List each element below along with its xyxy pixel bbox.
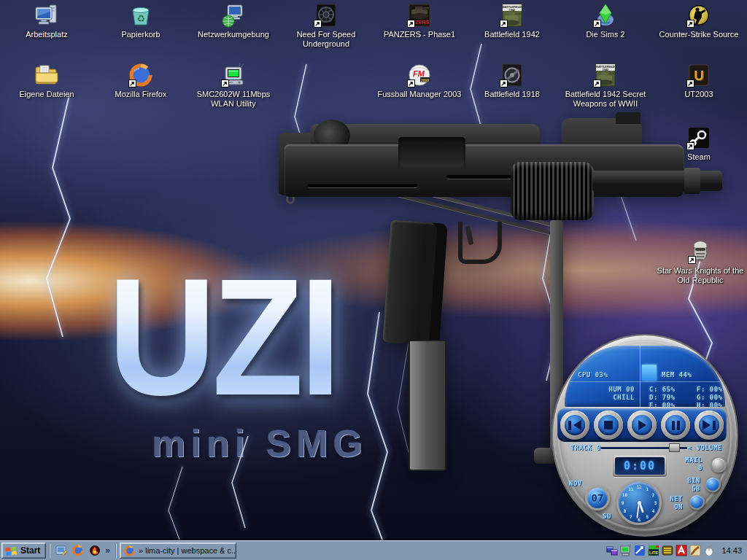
shortcut-arrow-overlay-icon [128,79,136,88]
battlefield-1942-icon: BATTLEFIELD1942 [500,3,525,28]
clock-numeral: 6 [635,517,643,522]
desktop-icon-wlan-utility[interactable]: SMC2602W 11Mbps WLAN Utility [187,63,279,109]
tray-antivir-icon[interactable] [676,545,687,556]
desktop-icon-my-documents[interactable]: Eigene Dateien [1,63,93,99]
drive-usage-stat: C: 65% [649,386,676,394]
svg-text:2003: 2003 [421,78,429,82]
drive-usage-stat: G: 00% [697,394,723,402]
pistol-grip [382,219,448,346]
desktop-icon-my-computer[interactable]: Arbeitsplatz [1,3,93,39]
play-icon [632,415,652,435]
shortcut-arrow-overlay-icon [686,79,694,88]
desktop-icon-steam[interactable]: Steam [653,125,745,162]
firefox-icon [128,63,153,88]
quicklaunch-fireball[interactable] [89,545,101,556]
desktop-icon-label: Netzwerkumgebung [187,30,279,39]
drive-usage-stat: F: 00% [697,386,723,394]
next-button[interactable] [694,411,724,440]
taskbar-clock: 14:43 [721,546,742,555]
start-button[interactable]: Start [1,542,46,559]
desktop-icon-panzers[interactable]: NZERSPANZERS - Phase1 [374,3,465,39]
desktop-icon-nfs-underground[interactable]: Need For Speed Underground [280,3,372,49]
bin-knob[interactable] [705,476,721,492]
previous-icon [565,415,585,435]
desktop-icon-sims-2[interactable]: Die Sims 2 [560,3,651,39]
svg-text:LITE: LITE [650,551,659,555]
counter-strike-source-icon [686,3,711,28]
clock-numeral: 4 [649,508,657,513]
analog-clock: 121234567891011 [616,480,662,525]
clock-numeral: 7 [627,514,635,519]
battlefield-1942-secret-weapons-icon: BATTLEFIELD1942 [593,63,618,88]
desktop-wallpaper: UZI mini SMG [0,0,747,540]
pause-button[interactable] [661,411,690,440]
svg-text:1942: 1942 [603,69,608,71]
shortcut-arrow-overlay-icon [221,79,229,88]
windows-logo-icon [4,545,18,557]
desktop-icon-battlefield-1918[interactable]: Battlefield 1918 [466,63,558,99]
desktop-icon-label: Steam [653,152,745,162]
clock-numeral: 10 [622,492,629,497]
quicklaunch-firefox-small[interactable] [72,545,84,556]
steam-icon [686,125,711,150]
tray-brush-icon[interactable] [689,545,701,556]
desktop-icon-battlefield-1942-secret-weapons[interactable]: BATTLEFIELD1942Battlefield 1942 Secret W… [560,63,651,109]
desktop-icon-recycle-bin[interactable]: ♻Papierkorb [95,3,187,39]
ribbed-foregrip [511,162,594,220]
desktop-icon-kotor[interactable]: Star Wars Knights of the Old Republic [654,239,746,285]
net-label: NETON [670,495,683,511]
tray-wlan-monitor-icon[interactable] [620,545,632,556]
tray-app-windows-icon[interactable] [606,545,618,556]
stop-button[interactable] [594,411,623,440]
volume-slider[interactable] [601,447,687,449]
firefox-icon [124,545,135,556]
nfs-underground-icon [314,3,338,28]
top-plate [398,137,465,168]
desktop-icon-label: Battlefield 1918 [466,90,558,99]
clock-numeral: 11 [627,486,635,491]
media-controls-band [557,408,727,442]
clock-numeral: 3 [652,500,659,505]
tray-connection-icon[interactable] [634,545,646,556]
gun-barrel [592,171,722,191]
track-time-value: 0:00 [615,457,665,475]
quicklaunch-overflow-chevron[interactable]: » [105,545,110,556]
tray-mixer-icon[interactable] [662,545,673,556]
shortcut-arrow-overlay-icon [314,20,322,28]
desktop-icon-battlefield-1942[interactable]: BATTLEFIELD1942Battlefield 1942 [466,3,558,39]
receiver-groove [308,184,417,187]
desktop-icon-counter-strike-source[interactable]: Counter-Strike Source [653,3,745,39]
drive-usage-stat: H: 00% [697,402,723,407]
stop-icon [598,415,619,435]
net-knob[interactable] [689,494,705,510]
volume-slider-handle[interactable] [669,443,680,452]
battlefield-1918-icon [500,63,525,88]
previous-button[interactable] [560,411,589,440]
clock-numeral: 12 [635,484,643,489]
gadget-screen: CPU 03% MEM 44% HUM 00 CHILL C: 65%D: 79… [565,346,725,407]
desktop-icon-fussball-manager-2003[interactable]: FM2003Fussball Manager 2003 [374,63,465,99]
muzzle-ring [684,168,700,194]
task-button-lima-city[interactable]: » lima-city | webspace & c... [120,542,236,559]
desktop-icon-ut2003[interactable]: UUUT2003 [653,63,745,99]
desktop-icon-label: PANZERS - Phase1 [374,30,465,39]
desktop-icon-label: Battlefield 1942 Secret Weapons of WWII [560,90,651,109]
tray-mouse-icon[interactable] [703,545,715,556]
tray-lite-icon[interactable]: LITE [648,545,659,556]
mem-usage-label: MEM 44% [662,371,692,379]
desktop-icon-network-places[interactable]: Netzwerkumgebung [187,3,279,39]
clock-numeral: 8 [622,508,629,513]
shortcut-arrow-overlay-icon [500,79,508,88]
start-label: Start [20,545,40,556]
play-button[interactable] [627,411,657,440]
desktop-icon-firefox[interactable]: Mozilla Firefox [95,63,187,99]
track-label: TRACK 0 [570,444,600,452]
mail-knob[interactable] [711,456,727,472]
quicklaunch-show-desktop[interactable] [55,545,67,556]
clock-numeral: 2 [649,492,657,497]
desktop-icon-label: Eigene Dateien [1,90,93,99]
svg-text:U: U [694,68,704,83]
desktop-icon-label: Arbeitsplatz [1,30,93,39]
bin-label: BIN58 [687,477,700,493]
desktop-icon-label: Need For Speed Underground [280,30,372,49]
